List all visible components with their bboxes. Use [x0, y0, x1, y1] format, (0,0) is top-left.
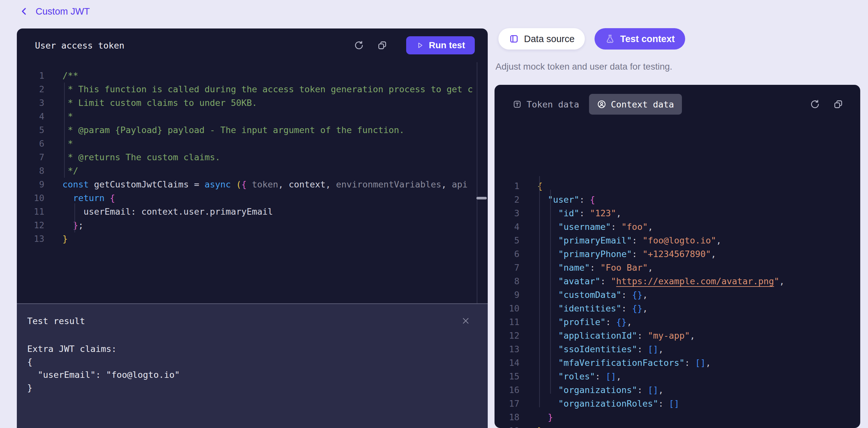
code-line[interactable]: 11 userEmail: context.user.primaryEmail	[17, 205, 488, 218]
test-result-output: Extra JWT claims:{ "userEmail": "foo@log…	[17, 342, 488, 394]
code-line[interactable]: 2 * This function is called during the a…	[17, 83, 488, 96]
code-line[interactable]: 19}	[495, 424, 860, 428]
tab-data-source[interactable]: Data source	[498, 28, 585, 50]
code-line[interactable]: 8 "avatar": "https://example.com/avatar.…	[495, 275, 860, 288]
code-line[interactable]: 7 * @returns The custom claims.	[17, 151, 488, 164]
code-line[interactable]: 8 */	[17, 164, 488, 178]
line-number: 7	[495, 261, 520, 275]
copy-icon[interactable]	[376, 39, 388, 51]
refresh-icon[interactable]	[353, 39, 365, 51]
line-number: 5	[17, 123, 44, 137]
close-icon[interactable]	[460, 315, 471, 327]
tab-data-source-label: Data source	[524, 34, 575, 44]
line-number: 12	[495, 329, 520, 342]
line-number: 4	[17, 110, 44, 123]
line-number: 19	[495, 424, 520, 428]
code-line[interactable]: 11 "profile": {},	[495, 315, 860, 329]
code-line[interactable]: 9const getCustomJwtClaims = async ({ tok…	[17, 178, 488, 191]
line-number: 12	[17, 218, 44, 232]
test-result-title: Test result	[27, 316, 85, 326]
line-number: 6	[17, 137, 44, 151]
tab-context-data[interactable]: Context data	[589, 94, 682, 115]
code-editor[interactable]: 1/**2 * This function is called during t…	[17, 62, 488, 310]
test-result-line: {	[27, 356, 488, 368]
back-link[interactable]: Custom JWT	[20, 6, 90, 17]
chevron-left-icon	[20, 6, 29, 17]
line-number: 11	[17, 205, 44, 218]
test-result-line: }	[27, 381, 488, 394]
line-number: 6	[495, 247, 520, 261]
data-tabs-header: Token data Context data	[495, 85, 860, 124]
token-data-icon	[512, 99, 522, 109]
line-number: 10	[17, 191, 44, 205]
code-line[interactable]: 17 "organizationRoles": []	[495, 397, 860, 410]
code-line[interactable]: 6 "primaryPhone": "+1234567890",	[495, 247, 860, 261]
scrollbar-track	[477, 62, 477, 303]
tab-test-context[interactable]: Test context	[594, 28, 685, 50]
code-line[interactable]: 4 "username": "foo",	[495, 220, 860, 234]
code-line[interactable]: 13 "ssoIdentities": [],	[495, 342, 860, 356]
code-line[interactable]: 10 return {	[17, 191, 488, 205]
line-number: 13	[17, 232, 44, 246]
run-test-button[interactable]: Run test	[406, 36, 475, 54]
layout-sidebar-icon	[509, 34, 519, 44]
line-number: 9	[495, 288, 520, 302]
mode-tabs: Data source Test context	[498, 28, 685, 50]
code-line[interactable]: 13}	[17, 232, 488, 246]
code-line[interactable]: 2 "user": {	[495, 193, 860, 207]
code-line[interactable]: 1/**	[17, 69, 488, 83]
line-number: 17	[495, 397, 520, 410]
line-number: 3	[495, 207, 520, 220]
jwt-editor-panel: User access token Run test 1/**2 * This …	[17, 29, 488, 428]
indent-guide	[64, 83, 65, 178]
copy-icon[interactable]	[832, 98, 844, 110]
line-number: 2	[495, 193, 520, 207]
line-number: 10	[495, 302, 520, 315]
editor-title: User access token	[35, 40, 353, 51]
test-context-panel: Token data Context data 1{2 "user": {3 "…	[495, 85, 860, 428]
editor-header: User access token Run test	[17, 29, 488, 62]
line-number: 14	[495, 356, 520, 370]
tab-context-data-label: Context data	[611, 99, 674, 110]
code-line[interactable]: 18 }	[495, 410, 860, 424]
tab-token-data[interactable]: Token data	[512, 99, 579, 110]
line-number: 11	[495, 315, 520, 329]
test-result-panel: Test result Extra JWT claims:{ "userEmai…	[17, 303, 488, 428]
code-line[interactable]: 9 "customData": {},	[495, 288, 860, 302]
indent-guide	[74, 203, 75, 233]
context-json-editor[interactable]: 1{2 "user": {3 "id": "123",4 "username":…	[495, 124, 860, 428]
test-result-line: Extra JWT claims:	[27, 342, 488, 356]
code-line[interactable]: 4 *	[17, 110, 488, 123]
code-line[interactable]: 12 "applicationId": "my-app",	[495, 329, 860, 342]
code-line[interactable]: 16 "organizations": [],	[495, 383, 860, 397]
code-line[interactable]: 3 * Limit custom claims to under 50KB.	[17, 96, 488, 110]
flask-icon	[605, 34, 615, 44]
test-result-line: "userEmail": "foo@logto.io"	[27, 368, 488, 381]
refresh-icon[interactable]	[809, 98, 821, 110]
code-line[interactable]: 3 "id": "123",	[495, 207, 860, 220]
code-line[interactable]: 15 "roles": [],	[495, 370, 860, 383]
line-number: 1	[17, 69, 44, 83]
code-line[interactable]: 1{	[495, 179, 860, 193]
scrollbar-thumb[interactable]	[476, 197, 487, 200]
code-line[interactable]: 10 "identities": {},	[495, 302, 860, 315]
line-number: 1	[495, 179, 520, 193]
line-number: 18	[495, 410, 520, 424]
line-number: 3	[17, 96, 44, 110]
line-number: 4	[495, 220, 520, 234]
run-test-label: Run test	[429, 40, 465, 51]
code-line[interactable]: 12 };	[17, 218, 488, 232]
tab-test-context-label: Test context	[620, 34, 675, 44]
code-line[interactable]: 14 "mfaVerificationFactors": [],	[495, 356, 860, 370]
code-line[interactable]: 7 "name": "Foo Bar",	[495, 261, 860, 275]
indent-guide	[550, 190, 551, 394]
line-number: 16	[495, 383, 520, 397]
line-number: 15	[495, 370, 520, 383]
code-line[interactable]: 6 *	[17, 137, 488, 151]
back-link-label: Custom JWT	[36, 6, 90, 17]
code-line[interactable]: 5 * @param {Payload} payload - The input…	[17, 123, 488, 137]
line-number: 2	[17, 83, 44, 96]
line-number: 7	[17, 151, 44, 164]
code-line[interactable]: 5 "primaryEmail": "foo@logto.io",	[495, 234, 860, 247]
tab-token-data-label: Token data	[527, 99, 579, 110]
